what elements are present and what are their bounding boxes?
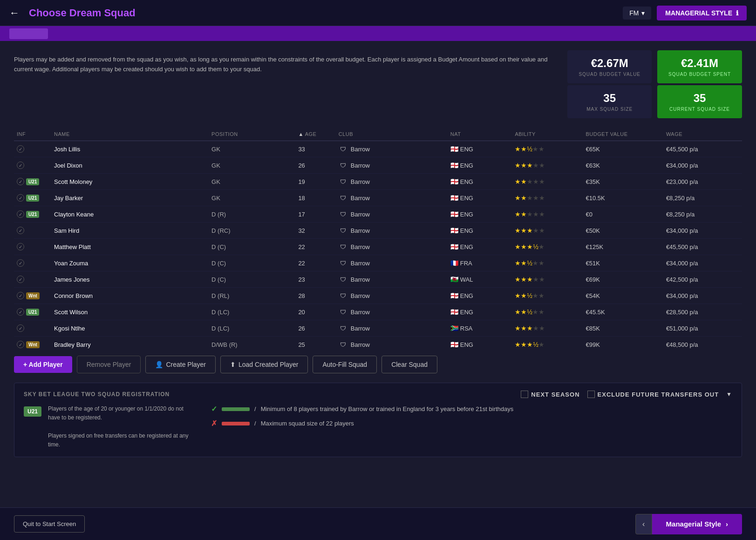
player-position: GK [209, 174, 295, 190]
player-name: Matthew Platt [51, 239, 209, 255]
player-age: 20 [295, 304, 335, 320]
table-row[interactable]: ✓WntBradley BarryD/WB (R)25🛡Barrow🏴󠁧󠁢󠁥󠁮󠁧… [14, 337, 742, 351]
fm-label: FM [629, 9, 639, 17]
player-nationality: 🏴󠁧󠁢󠁥󠁮󠁧󠁿ENG [448, 239, 512, 255]
col-name[interactable]: NAME [51, 128, 209, 141]
inf-cell: ✓U21 [14, 206, 51, 223]
col-ability[interactable]: ABILITY [512, 128, 583, 141]
check-circle-icon: ✓ [17, 324, 24, 332]
stars-display: ★★★★★ [515, 178, 580, 185]
page-title: Choose Dream Squad [29, 7, 623, 19]
check-circle-icon: ✓ [17, 145, 24, 153]
fm-menu-button[interactable]: FM ▾ [623, 7, 651, 20]
col-position[interactable]: POSITION [209, 128, 295, 141]
registration-controls: Next Season Exclude future transfers out… [521, 391, 732, 398]
check-circle-icon: ✓ [17, 259, 24, 267]
max-size-label: MAX SQUAD SIZE [579, 107, 640, 112]
table-row[interactable]: ✓Josh LillisGK33🛡Barrow🏴󠁧󠁢󠁥󠁮󠁧󠁿ENG★★½★★€6… [14, 141, 742, 157]
budget-value: €2.67M [579, 57, 640, 70]
table-row[interactable]: ✓Yoan ZoumaD (C)22🛡Barrow🇫🇷FRA★★½★★€51K€… [14, 255, 742, 271]
flag-icon: 🏴󠁧󠁢󠁥󠁮󠁧󠁿 [450, 227, 458, 234]
player-club: 🛡Barrow [336, 223, 448, 239]
create-player-button[interactable]: 👤 Create Player [145, 356, 216, 373]
clear-squad-button[interactable]: Clear Squad [381, 356, 437, 373]
table-row[interactable]: ✓James JonesD (C)23🛡Barrow🏴󠁧󠁢󠁷󠁬󠁳󠁿WAL★★★★… [14, 271, 742, 288]
flag-icon: 🇫🇷 [450, 259, 458, 267]
player-budget-value: €85K [583, 320, 663, 337]
remove-player-button[interactable]: Remove Player [77, 356, 141, 373]
footer-prev-button[interactable]: ‹ [635, 514, 652, 534]
managerial-label: MANAGERIAL STYLE [665, 9, 732, 17]
person-icon: 👤 [155, 361, 163, 368]
player-nationality: 🏴󠁧󠁢󠁥󠁮󠁧󠁿ENG [448, 141, 512, 157]
inf-cell: ✓ [14, 239, 51, 255]
table-row[interactable]: ✓U21Jay BarkerGK18🛡Barrow🏴󠁧󠁢󠁥󠁮󠁧󠁿ENG★★★★★… [14, 190, 742, 206]
player-badge: U21 [26, 309, 39, 316]
player-budget-value: €51K [583, 255, 663, 271]
player-wage: €42,500 p/a [663, 271, 742, 288]
table-row[interactable]: ✓U21Clayton KeaneD (R)17🛡Barrow🏴󠁧󠁢󠁥󠁮󠁧󠁿EN… [14, 206, 742, 223]
player-nationality: 🏴󠁧󠁢󠁥󠁮󠁧󠁿ENG [448, 174, 512, 190]
club-shield-icon: 🛡 [339, 291, 348, 300]
stars-display: ★★★½★ [515, 341, 580, 348]
stars-display: ★★★★★ [515, 194, 580, 202]
col-age[interactable]: ▲ AGE [295, 128, 335, 141]
reg-info-text: Players of the age of 20 or younger on 1… [48, 405, 197, 449]
player-ability: ★★★★★ [512, 206, 583, 223]
table-row[interactable]: ✓U21Scott WilsonD (LC)20🛡Barrow🏴󠁧󠁢󠁥󠁮󠁧󠁿EN… [14, 304, 742, 320]
flag-icon: 🏴󠁧󠁢󠁥󠁮󠁧󠁿 [450, 292, 458, 299]
player-wage: €8,250 p/a [663, 206, 742, 223]
inf-cell: ✓Wnt [14, 337, 51, 351]
player-nationality: 🏴󠁧󠁢󠁥󠁮󠁧󠁿ENG [448, 337, 512, 351]
load-created-player-button[interactable]: ⬆ Load Created Player [220, 356, 308, 373]
rule-item-1: ✓ / Minimum of 8 players trained by Barr… [211, 405, 732, 413]
reg-rules-left: U21 Players of the age of 20 or younger … [24, 405, 197, 449]
col-wage[interactable]: WAGE [663, 128, 742, 141]
col-club[interactable]: CLUB [336, 128, 448, 141]
table-row[interactable]: ✓Kgosi NtlheD (LC)26🛡Barrow🇿🇦RSA★★★★★€85… [14, 320, 742, 337]
player-club: 🛡Barrow [336, 320, 448, 337]
squad-table-container: INF NAME POSITION ▲ AGE CLUB NAT ABILITY… [14, 128, 742, 351]
check-circle-icon: ✓ [17, 162, 24, 169]
footer-next-button[interactable]: Managerial Style › [652, 514, 742, 534]
inf-cell: ✓ [14, 255, 51, 271]
add-player-button[interactable]: + Add Player [14, 356, 72, 373]
col-budget-value[interactable]: BUDGET VALUE [583, 128, 663, 141]
check-circle-icon: ✓ [17, 243, 24, 250]
table-row[interactable]: ✓Joel DixonGK26🛡Barrow🏴󠁧󠁢󠁥󠁮󠁧󠁿ENG★★★★★€63… [14, 157, 742, 174]
expand-icon[interactable]: ▼ [726, 391, 732, 398]
inf-cell: ✓ [14, 141, 51, 157]
check-circle-icon: ✓ [17, 194, 24, 202]
stars-display: ★★★★★ [515, 210, 580, 218]
player-ability: ★★★★★ [512, 157, 583, 174]
registration-section: SKY BET LEAGUE TWO SQUAD REGISTRATION Ne… [14, 383, 742, 457]
inf-cell: ✓Wnt [14, 288, 51, 304]
rule1-slash: / [254, 405, 256, 412]
player-ability: ★★★½★ [512, 337, 583, 351]
player-wage: €34,000 p/a [663, 157, 742, 174]
current-size-box: 35 CURRENT SQUAD SIZE [657, 85, 742, 118]
player-position: D (C) [209, 271, 295, 288]
table-row[interactable]: ✓Matthew PlattD (C)22🛡Barrow🏴󠁧󠁢󠁥󠁮󠁧󠁿ENG★★… [14, 239, 742, 255]
col-nat[interactable]: NAT [448, 128, 512, 141]
managerial-style-button[interactable]: MANAGERIAL STYLE ℹ [657, 6, 747, 20]
player-ability: ★★★★★ [512, 190, 583, 206]
player-ability: ★★½★★ [512, 255, 583, 271]
player-wage: €34,000 p/a [663, 255, 742, 271]
back-button[interactable]: ← [9, 7, 20, 19]
check-circle-icon: ✓ [17, 276, 24, 283]
next-season-checkbox[interactable] [521, 391, 528, 398]
player-position: D (RC) [209, 223, 295, 239]
col-inf[interactable]: INF [14, 128, 51, 141]
budget-value-box: €2.67M SQUAD BUDGET VALUE [567, 50, 652, 83]
table-row[interactable]: ✓Sam HirdD (RC)32🛡Barrow🏴󠁧󠁢󠁥󠁮󠁧󠁿ENG★★★★★€… [14, 223, 742, 239]
player-budget-value: €45.5K [583, 304, 663, 320]
auto-fill-squad-button[interactable]: Auto-Fill Squad [313, 356, 377, 373]
quit-button[interactable]: Quit to Start Screen [14, 515, 85, 533]
table-row[interactable]: ✓WntConnor BrownD (RL)28🛡Barrow🏴󠁧󠁢󠁥󠁮󠁧󠁿EN… [14, 288, 742, 304]
player-badge: U21 [26, 211, 39, 218]
table-row[interactable]: ✓U21Scott MoloneyGK19🛡Barrow🏴󠁧󠁢󠁥󠁮󠁧󠁿ENG★★… [14, 174, 742, 190]
exclude-transfers-checkbox[interactable] [587, 391, 595, 398]
player-wage: €34,000 p/a [663, 223, 742, 239]
action-buttons-row: + Add Player Remove Player 👤 Create Play… [14, 351, 742, 378]
